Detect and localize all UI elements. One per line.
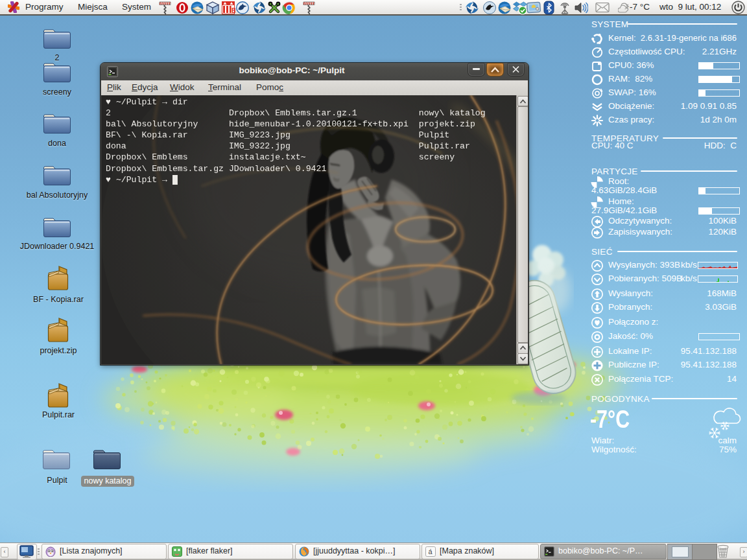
svg-text:á: á <box>429 548 433 555</box>
